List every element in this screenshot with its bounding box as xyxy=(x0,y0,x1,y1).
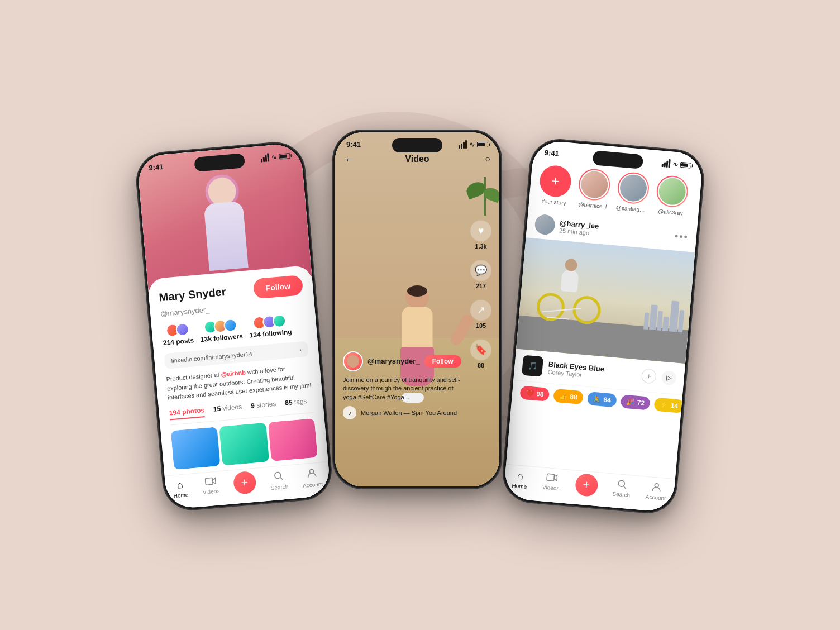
search-icon-3 xyxy=(617,479,628,490)
video-title: Video xyxy=(405,154,429,164)
time-2: 9:41 xyxy=(346,140,361,149)
nav-home-3[interactable]: ⌂ Home xyxy=(512,470,528,491)
reaction-heart[interactable]: ❤️ 98 xyxy=(519,385,550,401)
story-add[interactable]: + Your story xyxy=(538,164,572,207)
videos-label-3: Videos xyxy=(542,484,560,492)
share-action[interactable]: ↗ 105 xyxy=(470,299,491,329)
bio-mention: @airbnb xyxy=(221,369,246,378)
nav-add-1[interactable]: + xyxy=(233,473,257,495)
nav-search-1[interactable]: Search xyxy=(269,470,289,492)
reaction-party[interactable]: 🎉 72 xyxy=(621,394,651,410)
phone-profile-screen: 9:41 ∿ xyxy=(137,142,331,509)
party-count: 72 xyxy=(637,399,645,407)
link-chevron: › xyxy=(299,346,302,353)
home-label-3: Home xyxy=(512,483,527,490)
story-label-3: @alic3ray xyxy=(658,208,683,217)
signal-1 xyxy=(260,153,269,162)
nav-account-3[interactable]: Account xyxy=(645,481,667,503)
battery-1 xyxy=(279,152,290,159)
followers-avatars xyxy=(203,318,238,334)
post-menu[interactable]: ••• xyxy=(674,230,689,243)
search-label-1: Search xyxy=(270,484,289,491)
bottom-nav-1: ⌂ Home Videos + xyxy=(165,461,331,509)
story-inner-1 xyxy=(579,169,610,200)
following-label: following xyxy=(262,328,292,338)
story-ring-2 xyxy=(617,171,651,205)
tab-photos-count: 194 xyxy=(169,408,180,417)
story-inner-2 xyxy=(618,173,649,204)
comment-action[interactable]: 💬 217 xyxy=(470,260,491,289)
nav-search-3[interactable]: Search xyxy=(612,479,632,500)
photo-2[interactable] xyxy=(219,422,269,465)
reaction-thumbs[interactable]: 👍 88 xyxy=(553,389,583,404)
comment-count: 217 xyxy=(476,283,486,289)
svg-rect-0 xyxy=(205,478,213,485)
home-icon-3: ⌂ xyxy=(517,470,524,483)
heart-count: 98 xyxy=(536,390,545,398)
post-avatar-img xyxy=(534,214,556,236)
photo-3[interactable] xyxy=(268,418,318,461)
battery-fill-1 xyxy=(280,154,287,158)
phone-feed-screen: 9:41 ∿ xyxy=(503,140,704,513)
music-text: Morgan Wallen — Spin You Around xyxy=(361,409,457,416)
phone-video-screen: 9:41 ∿ ← Video xyxy=(335,132,499,486)
tab-videos[interactable]: 15 videos xyxy=(213,403,242,416)
battery-2 xyxy=(477,142,488,147)
battery-fill-2 xyxy=(478,143,485,146)
profile-bio: Product designer at @airbnb with a love … xyxy=(166,362,312,402)
signal-2 xyxy=(459,140,467,149)
video-creator-avatar[interactable] xyxy=(343,351,363,371)
post-user: @harry_lee 25 min ago xyxy=(534,214,599,240)
status-icons-1: ∿ xyxy=(260,151,290,163)
profile-screen: 9:41 ∿ xyxy=(137,142,331,509)
heart-emoji: ❤️ xyxy=(526,389,534,397)
nav-videos-1[interactable]: Videos xyxy=(202,476,220,498)
story-av-3 xyxy=(658,177,687,206)
signal-bar-1 xyxy=(261,159,263,162)
share-count: 105 xyxy=(476,322,486,329)
tab-photos[interactable]: 194 photos xyxy=(169,406,205,420)
story-bernice[interactable]: @bernice_l xyxy=(577,168,612,210)
nav-home-1[interactable]: ⌂ Home xyxy=(172,479,189,500)
thumbs-emoji: 👍 xyxy=(559,392,568,400)
tab-stories[interactable]: 9 stories xyxy=(250,399,276,413)
video-follow-button[interactable]: Follow xyxy=(424,355,461,367)
fol-av-inner-3 xyxy=(225,319,237,332)
photo-1[interactable] xyxy=(171,427,221,470)
tab-stories-count: 9 xyxy=(250,402,255,410)
video-sidebar: ♥ 1.3k 💬 217 ↗ 105 🔖 88 xyxy=(470,220,491,369)
story-santiago[interactable]: @santiago18 xyxy=(615,171,650,213)
reaction-bolt[interactable]: ⚡ 14 xyxy=(654,397,684,413)
nav-videos-3[interactable]: Videos xyxy=(542,472,560,494)
followers-count-val: 13k xyxy=(200,335,212,344)
story-alic3ray[interactable]: @alic3ray xyxy=(655,174,689,217)
music-play-button[interactable]: ▷ xyxy=(661,370,677,385)
like-action[interactable]: ♥ 1.3k xyxy=(470,220,491,250)
tab-tags[interactable]: 85 tags xyxy=(285,397,308,410)
story-add-button[interactable]: + xyxy=(538,164,572,198)
story-ring-1 xyxy=(578,168,612,202)
profile-figure xyxy=(184,169,266,287)
nav-add-3[interactable]: + xyxy=(574,475,598,497)
search-icon-1 xyxy=(273,470,284,483)
feed-post: @harry_lee 25 min ago ••• xyxy=(511,208,698,422)
video-search-icon[interactable]: ○ xyxy=(485,154,490,164)
account-icon-1 xyxy=(306,467,317,481)
home-label-1: Home xyxy=(173,491,189,499)
avatar-face xyxy=(347,355,359,367)
add-button-1[interactable]: + xyxy=(232,471,256,495)
reaction-bike[interactable]: 🚴 84 xyxy=(587,392,617,407)
videos-icon-1 xyxy=(204,476,217,488)
posts-count-val: 214 xyxy=(163,338,174,347)
profile-stats: 214 posts 13k followers xyxy=(161,312,307,347)
save-action[interactable]: 🔖 88 xyxy=(470,339,491,369)
music-note-icon: ♪ xyxy=(343,406,356,419)
nav-account-1[interactable]: Account xyxy=(301,467,323,489)
video-screen: 9:41 ∿ ← Video xyxy=(335,132,499,486)
music-add-button[interactable]: + xyxy=(641,368,657,384)
add-button-3[interactable]: + xyxy=(574,473,598,497)
back-button[interactable]: ← xyxy=(344,153,355,166)
follow-button[interactable]: Follow xyxy=(252,275,303,299)
time-3: 9:41 xyxy=(544,149,559,158)
figure-body xyxy=(204,201,249,271)
